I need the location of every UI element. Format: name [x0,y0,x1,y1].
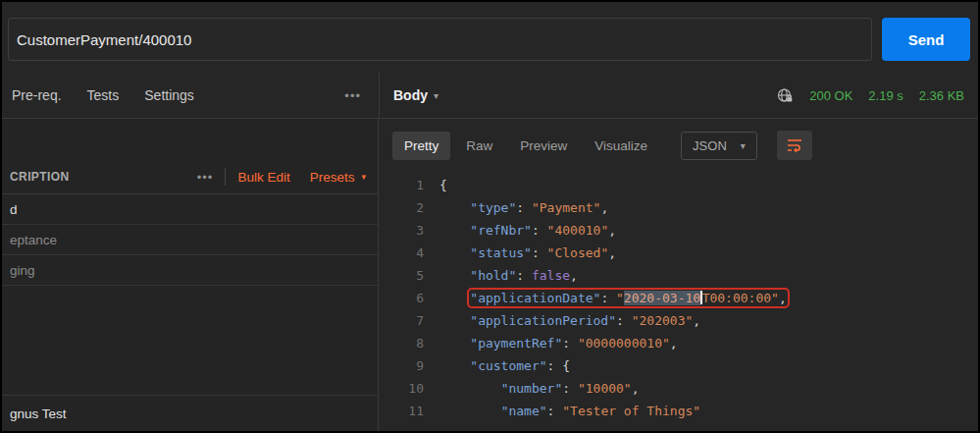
code-text: "paymentRef": "0000000010", [439,332,678,354]
tab-pre-req[interactable]: Pre-req. [12,87,62,103]
param-row-label: gnus Test [10,406,67,421]
line-number: 2 [379,196,439,219]
red-highlight-box: "applicationDate": "2020-03-10T00:00:00"… [470,291,786,305]
code-text: "applicationPeriod": "202003", [439,309,700,332]
response-meta: 200 OK 2.19 s 2.36 KB [777,87,964,104]
code-line: 7 "applicationPeriod": "202003", [379,309,978,332]
tab-visualize[interactable]: Visualize [583,132,659,160]
code-line: 1{ [379,174,978,196]
code-text: "applicationDate": "2020-03-10T00:00:00"… [439,287,787,309]
param-row[interactable]: d [2,194,378,225]
line-number: 1 [379,174,439,196]
code-text: "status": "Closed", [439,242,616,264]
code-line: 10 "number": "10000", [379,377,978,400]
param-row-label: eptance [10,233,57,247]
params-more-icon[interactable]: ••• [197,170,214,185]
description-column-header: CRIPTION [10,170,70,184]
code-line: 3 "refNbr": "400010", [379,219,978,242]
param-row[interactable]: eptance [2,225,378,255]
params-empty-space [2,286,378,395]
param-row-label: d [10,202,18,217]
code-line: 8 "paymentRef": "0000000010", [379,332,978,354]
presets-label: Presets [310,170,355,185]
line-number: 6 [379,287,439,309]
line-number: 3 [379,219,439,242]
format-dropdown-value: JSON [693,138,727,153]
line-number: 11 [379,400,439,422]
code-text: "refNbr": "400010", [439,219,616,242]
code-line: 4 "status": "Closed", [379,242,978,264]
response-toolbar: Pretty Raw Preview Visualize JSON ▾ [379,119,978,172]
code-line: 9 "customer": { [379,354,978,377]
params-rows: deptanceging [2,194,378,286]
wrap-text-icon [787,137,802,153]
params-panel: CRIPTION ••• Bulk Edit Presets ▾ deptanc… [2,119,379,431]
code-text: "number": "10000", [439,377,640,400]
param-row[interactable]: ging [2,255,378,286]
param-row-label: ging [10,263,35,278]
more-options-icon[interactable]: ••• [344,88,361,103]
response-time: 2.19 s [868,88,903,103]
chevron-down-icon: ▾ [741,140,746,151]
params-header: CRIPTION ••• Bulk Edit Presets ▾ [2,160,378,194]
line-number: 8 [379,332,439,354]
send-button[interactable]: Send [882,18,970,61]
request-url-bar: CustomerPayment/400010 Send [2,2,978,73]
app-window: CustomerPayment/400010 Send Pre-req. Tes… [0,0,980,433]
format-dropdown[interactable]: JSON ▾ [681,132,757,160]
param-row[interactable]: gnus Test [2,395,378,431]
line-number: 9 [379,354,439,377]
presets-button[interactable]: Presets ▾ [310,170,366,185]
status-badge: 200 OK [809,88,852,103]
request-tabs: Pre-req. Tests Settings ••• [2,73,379,118]
response-header: Body ▾ 200 OK 2.19 s 2.36 KB [379,73,978,118]
tab-raw[interactable]: Raw [454,132,504,160]
wrap-text-button[interactable] [777,131,812,160]
line-number: 4 [379,242,439,264]
response-body-viewer[interactable]: 1{2 "type": "Payment",3 "refNbr": "40001… [379,172,978,431]
chevron-down-icon: ▾ [361,172,366,182]
code-line: 5 "hold": false, [379,264,978,287]
url-text: CustomerPayment/400010 [17,31,191,48]
tab-pretty[interactable]: Pretty [392,132,450,160]
chevron-down-icon: ▾ [434,90,438,101]
code-text: { [439,174,447,196]
url-input[interactable]: CustomerPayment/400010 [8,18,872,61]
divider [225,168,226,186]
network-globe-icon [777,87,794,104]
code-text: "name": "Tester of Things" [439,400,700,422]
code-line: 6 "applicationDate": "2020-03-10T00:00:0… [379,287,978,309]
code-text: "hold": false, [439,264,578,287]
body-dropdown[interactable]: Body [393,87,428,103]
main-split: CRIPTION ••• Bulk Edit Presets ▾ deptanc… [2,119,978,431]
line-number: 5 [379,264,439,287]
line-number: 7 [379,309,439,332]
code-text: "customer": { [439,354,570,377]
tab-tests[interactable]: Tests [87,87,120,103]
section-header-row: Pre-req. Tests Settings ••• Body ▾ 200 O [2,73,978,119]
response-panel: Pretty Raw Preview Visualize JSON ▾ [379,119,978,431]
code-text: "type": "Payment", [439,196,608,219]
response-size: 2.36 KB [919,88,964,103]
bulk-edit-button[interactable]: Bulk Edit [237,170,289,185]
code-line: 2 "type": "Payment", [379,196,978,219]
code-line: 11 "name": "Tester of Things" [379,400,978,422]
tab-settings[interactable]: Settings [144,87,194,103]
line-number: 10 [379,377,439,400]
tab-preview[interactable]: Preview [508,132,579,160]
